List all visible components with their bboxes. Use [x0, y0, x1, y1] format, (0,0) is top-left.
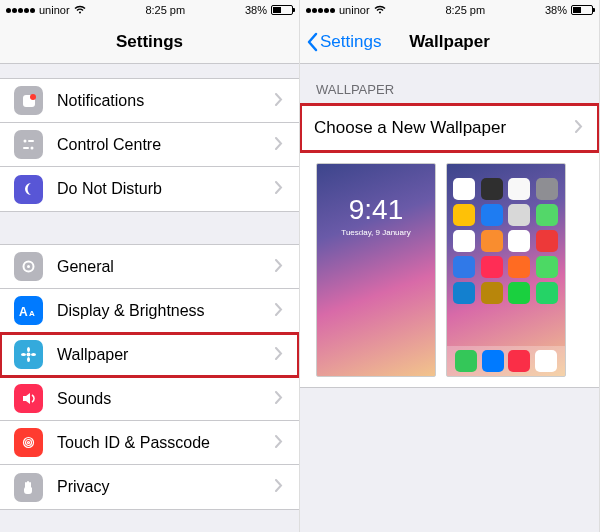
row-general[interactable]: General — [0, 245, 299, 289]
status-bar: uninor 8:25 pm 38% — [300, 0, 599, 20]
signal-dots-icon — [6, 8, 35, 13]
battery-icon — [571, 5, 593, 15]
fingerprint-icon — [14, 428, 43, 457]
chevron-right-icon — [275, 390, 283, 408]
flower-icon — [14, 340, 43, 369]
home-screen-preview[interactable] — [446, 163, 566, 377]
row-label: Wallpaper — [57, 346, 275, 364]
svg-point-17 — [28, 442, 30, 444]
wallpaper-screen: uninor 8:25 pm 38% Settings Wallpaper WA… — [300, 0, 600, 532]
row-label: Touch ID & Passcode — [57, 434, 275, 452]
row-choose-wallpaper[interactable]: Choose a New Wallpaper — [300, 104, 599, 152]
svg-point-7 — [27, 265, 30, 268]
chevron-right-icon — [275, 434, 283, 452]
back-button[interactable]: Settings — [306, 32, 381, 52]
section-header: WALLPAPER — [300, 64, 599, 103]
svg-point-12 — [27, 357, 30, 362]
nav-bar: Settings Wallpaper — [300, 20, 599, 64]
page-title: Wallpaper — [409, 32, 490, 52]
row-label: Privacy — [57, 478, 275, 496]
row-label: Notifications — [57, 92, 275, 110]
svg-point-10 — [27, 353, 31, 357]
clock-label: 8:25 pm — [145, 4, 185, 16]
svg-text:A: A — [29, 309, 35, 318]
row-label: Sounds — [57, 390, 275, 408]
svg-point-1 — [30, 94, 36, 100]
svg-point-2 — [24, 140, 27, 143]
svg-point-11 — [27, 347, 30, 352]
signal-dots-icon — [306, 8, 335, 13]
chevron-right-icon — [575, 119, 583, 137]
hand-icon — [14, 473, 43, 502]
back-label: Settings — [320, 32, 381, 52]
battery-icon — [271, 5, 293, 15]
row-display-brightness[interactable]: AA Display & Brightness — [0, 289, 299, 333]
clock-label: 8:25 pm — [445, 4, 485, 16]
row-label: Do Not Disturb — [57, 180, 275, 198]
control-centre-icon — [14, 130, 43, 159]
chevron-right-icon — [275, 478, 283, 496]
carrier-label: uninor — [39, 4, 70, 16]
svg-point-13 — [21, 353, 26, 356]
svg-rect-3 — [28, 140, 34, 142]
moon-icon — [14, 175, 43, 204]
svg-text:A: A — [19, 305, 28, 318]
nav-bar: Settings — [0, 20, 299, 64]
speaker-icon — [14, 384, 43, 413]
lock-date: Tuesday, 9 January — [341, 228, 410, 237]
notifications-icon — [14, 86, 43, 115]
row-label: General — [57, 258, 275, 276]
battery-pct-label: 38% — [545, 4, 567, 16]
text-size-icon: AA — [14, 296, 43, 325]
wallpaper-content: WALLPAPER Choose a New Wallpaper 9:41 Tu… — [300, 64, 599, 532]
row-control-centre[interactable]: Control Centre — [0, 123, 299, 167]
row-do-not-disturb[interactable]: Do Not Disturb — [0, 167, 299, 211]
gear-icon — [14, 252, 43, 281]
lock-screen-preview[interactable]: 9:41 Tuesday, 9 January — [316, 163, 436, 377]
row-privacy[interactable]: Privacy — [0, 465, 299, 509]
chevron-right-icon — [275, 346, 283, 364]
svg-rect-5 — [23, 147, 29, 149]
wifi-icon — [374, 4, 386, 16]
chevron-right-icon — [275, 180, 283, 198]
row-wallpaper[interactable]: Wallpaper — [0, 333, 299, 377]
row-touchid-passcode[interactable]: Touch ID & Passcode — [0, 421, 299, 465]
row-sounds[interactable]: Sounds — [0, 377, 299, 421]
carrier-label: uninor — [339, 4, 370, 16]
status-bar: uninor 8:25 pm 38% — [0, 0, 299, 20]
chevron-right-icon — [275, 92, 283, 110]
chevron-right-icon — [275, 136, 283, 154]
svg-point-14 — [31, 353, 36, 356]
svg-point-16 — [26, 440, 32, 446]
settings-screen: uninor 8:25 pm 38% Settings Notification… — [0, 0, 300, 532]
page-title: Settings — [116, 32, 183, 52]
wifi-icon — [74, 4, 86, 16]
chevron-right-icon — [275, 302, 283, 320]
row-label: Choose a New Wallpaper — [314, 118, 575, 138]
app-grid-icon — [453, 178, 559, 304]
chevron-right-icon — [275, 258, 283, 276]
row-label: Control Centre — [57, 136, 275, 154]
lock-time: 9:41 — [349, 194, 404, 226]
battery-pct-label: 38% — [245, 4, 267, 16]
row-label: Display & Brightness — [57, 302, 275, 320]
row-notifications[interactable]: Notifications — [0, 79, 299, 123]
wallpaper-previews: 9:41 Tuesday, 9 January — [300, 153, 599, 388]
settings-list[interactable]: Notifications Control Centre Do Not Dist — [0, 64, 299, 532]
svg-point-4 — [31, 147, 34, 150]
dock-icon — [447, 346, 565, 376]
